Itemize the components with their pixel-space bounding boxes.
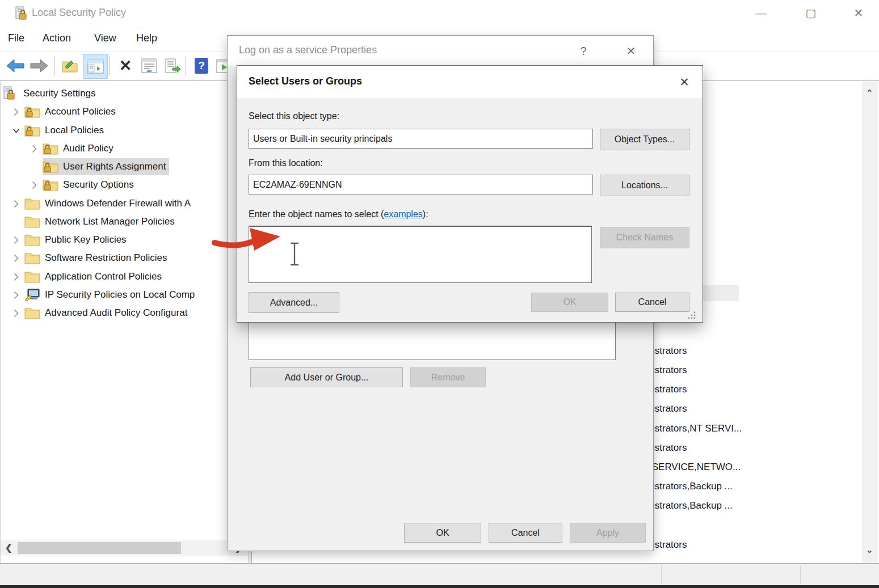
cancel-button[interactable]: Cancel [489,523,562,543]
tree-item-local-policies[interactable]: Local Policies [1,121,249,139]
expand-icon[interactable] [26,144,43,154]
expand-icon[interactable] [7,235,24,245]
export-folder-icon[interactable] [58,54,82,78]
dialog-close-button[interactable]: ✕ [620,41,642,61]
tree-item-user-rights-assignment[interactable]: User Rights Assignment [1,158,249,176]
tree-item-windows-defender-firewall-with-a[interactable]: Windows Defender Firewall with A [1,194,249,213]
tree-item-label: IP Security Policies on Local Comp [44,289,195,301]
policy-value-fragment: istrators [653,384,687,395]
object-type-field[interactable]: Users or Built-in security principals [249,129,593,149]
examples-link[interactable]: examples [384,209,422,219]
console-tree-icon[interactable] [83,54,108,79]
export-list-icon[interactable] [161,54,184,78]
back-icon[interactable] [3,54,27,78]
add-user-or-group-button[interactable]: Add User or Group... [250,367,403,387]
tree-item-ip-security-policies-on-local-comp[interactable]: IP Security Policies on Local Comp [1,286,249,304]
expand-icon[interactable] [7,308,24,318]
help-icon[interactable]: ? [190,54,213,78]
folder-icon [24,251,44,265]
dialog-close-button[interactable]: ✕ [673,73,696,92]
tree-item-label: Security Settings [22,88,96,99]
expand-icon[interactable] [7,107,24,117]
scroll-up-icon[interactable]: ⌃ [866,88,873,98]
select-users-or-groups-dialog: Select Users or Groups ✕ Select this obj… [237,65,703,323]
taskbar-edge [0,585,879,588]
security-root-icon [3,86,22,101]
location-field[interactable]: EC2AMAZ-69ENNGN [249,175,593,194]
tree-item-audit-policy[interactable]: Audit Policy [1,139,249,158]
policy-value-fragment: istrators [653,539,687,551]
menu-view[interactable]: View [94,32,116,44]
expand-icon[interactable] [7,199,24,209]
tree-item-label: Public Key Policies [44,234,127,246]
menu-file[interactable]: File [8,32,24,44]
toolbar-separator [54,56,54,75]
minimize-button[interactable]: — [748,3,774,23]
delete-icon[interactable]: ✕ [113,54,137,78]
local-security-policy-window: Local Security Policy — ▢ ✕ FileActionVi… [0,0,879,588]
status-separator [661,566,662,583]
menu-action[interactable]: Action [43,32,71,44]
tree-item-application-control-policies[interactable]: Application Control Policies [1,268,249,286]
cancel-button[interactable]: Cancel [615,293,689,312]
policy-value-fragment: istrators,NT SERVI... [653,423,742,434]
object-names-label: Enter the object names to select (exampl… [249,209,428,219]
horizontal-scrollbar[interactable]: ❮ ❯ [1,540,248,556]
expand-icon[interactable] [7,253,24,263]
console-tree-pane: ❮ ❯ Security SettingsAccount PoliciesLoc… [0,81,249,564]
tree-item-label: Network List Manager Policies [44,216,175,227]
tree-item-advanced-audit-policy-configurat[interactable]: Advanced Audit Policy Configurat [1,304,249,322]
maximize-button[interactable]: ▢ [798,3,824,23]
scrollbar-thumb[interactable] [18,542,181,554]
menu-help[interactable]: Help [136,32,157,44]
collapse-icon[interactable] [7,128,24,134]
policy-value-fragment: SERVICE,NETWO... [649,462,741,473]
folder-icon [24,270,44,284]
object-types-button[interactable]: Object Types... [600,129,689,150]
remove-button[interactable]: Remove [410,367,486,387]
text-cursor [288,242,301,266]
folder-lock-icon [24,105,44,119]
mnemonic: E [249,209,255,219]
policy-value-fragment: istrators,Backup ... [653,481,733,492]
red-annotation-arrow [211,222,288,255]
expand-icon[interactable] [7,290,24,300]
toolbar-separator [186,56,186,75]
expand-icon[interactable] [7,272,24,282]
tree-item-security-options[interactable]: Security Options [1,176,249,194]
tree-item-label: Application Control Policies [44,271,162,282]
tree-item-account-policies[interactable]: Account Policies [1,103,249,121]
folder-lock-icon [24,124,44,137]
vertical-scrollbar[interactable]: ⌃ ⌄ [862,81,878,564]
properties-dialog-title: Log on as a service Properties [239,44,377,56]
toolbar-separator [110,56,110,75]
resize-grip[interactable] [688,311,696,322]
tree-item-label: Advanced Audit Policy Configurat [44,307,187,319]
advanced-button[interactable]: Advanced... [249,292,339,313]
locations-button[interactable]: Locations... [600,175,689,196]
status-separator [800,566,801,583]
object-type-label: Select this object type: [249,111,339,121]
tree-item-label: Security Options [62,179,134,191]
from-location-label: From this location: [249,158,323,168]
properties-icon[interactable] [137,54,161,78]
tree-item-label: Software Restriction Policies [44,252,167,264]
expand-icon[interactable] [26,180,43,190]
select-dialog-title: Select Users or Groups [249,75,362,87]
ok-button[interactable]: OK [531,293,608,312]
policy-value-fragment: istrators [653,365,687,376]
folder-lock-icon [43,160,62,174]
ok-button[interactable]: OK [404,523,481,543]
window-titlebar: Local Security Policy — ▢ ✕ [0,0,879,27]
dialog-help-button[interactable]: ? [573,41,594,61]
close-button[interactable]: ✕ [846,3,872,23]
tree-item-security-settings[interactable]: Security Settings [1,84,249,103]
scroll-left-icon[interactable]: ❮ [5,543,12,553]
tree-item-label: Local Policies [44,125,104,136]
scroll-down-icon[interactable]: ⌄ [866,545,873,555]
check-names-button[interactable]: Check Names [600,227,689,248]
folder-icon [24,306,44,320]
forward-icon[interactable] [27,54,51,78]
policy-value-fragment: istrators [653,403,687,414]
apply-button[interactable]: Apply [570,523,646,543]
